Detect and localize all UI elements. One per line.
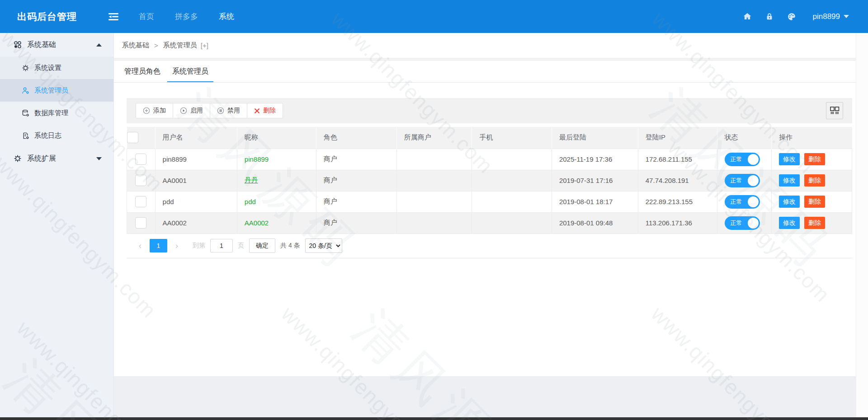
theme-palette-icon[interactable] [787, 12, 797, 22]
tab-admin-roles[interactable]: 管理员角色 [119, 61, 165, 82]
enable-button-label: 启用 [190, 107, 203, 115]
status-toggle[interactable]: 正常 [725, 153, 760, 166]
table-body: pin8899pin8899商户2025-11-19 17:36172.68.2… [127, 149, 852, 233]
admin-table-panel: 添加 启用 [127, 98, 852, 258]
admin-table: 用户名 昵称 角色 所属商户 手机 最后登陆 登陆IP 状态 操作 [127, 127, 852, 234]
sidebar-item-system-log[interactable]: 系统日志 [0, 124, 113, 147]
nickname-link[interactable]: pin8899 [245, 155, 269, 163]
merchant-cell [396, 170, 472, 191]
row-checkbox[interactable] [135, 217, 146, 229]
row-select-cell [127, 191, 156, 212]
actions-cell: 修改删除 [771, 191, 852, 212]
merchant-cell [396, 212, 472, 233]
app-logo: 出码后台管理 [17, 10, 77, 23]
columns-icon [830, 106, 840, 115]
navbar-right: pin8899 [742, 12, 849, 22]
menu-item-system[interactable]: 系统 [208, 0, 245, 33]
breadcrumb-suffix: [+] [201, 42, 208, 49]
prev-page-button[interactable]: ‹ [136, 241, 145, 251]
select-all-checkbox[interactable] [127, 132, 138, 143]
row-checkbox[interactable] [135, 154, 146, 165]
column-header-status: 状态 [717, 127, 771, 149]
edit-button[interactable]: 修改 [779, 217, 800, 229]
edit-button[interactable]: 修改 [779, 196, 800, 208]
page-size-select[interactable]: 20 条/页 [305, 238, 342, 253]
nickname-link[interactable]: pdd [245, 198, 256, 205]
lock-icon[interactable] [764, 12, 774, 22]
breadcrumb-item-current[interactable]: 系统管理员 [163, 41, 197, 50]
menu-item-home[interactable]: 首页 [128, 0, 165, 33]
column-header-nickname: 昵称 [237, 127, 316, 149]
total-count-label: 共 4 条 [280, 242, 300, 250]
sidebar-group-system-extend[interactable]: 系统扩展 [0, 147, 113, 170]
login-ip-cell: 172.68.211.155 [638, 149, 717, 170]
menu-item-pinduoduo[interactable]: 拼多多 [165, 0, 208, 33]
page-background [114, 376, 856, 417]
scrollbar[interactable] [856, 33, 868, 417]
username-cell: pdd [155, 191, 237, 212]
table-row: pin8899pin8899商户2025-11-19 17:36172.68.2… [127, 149, 852, 170]
edit-button[interactable]: 修改 [779, 174, 800, 187]
status-toggle-label: 正常 [731, 219, 742, 227]
sidebar-item-label: 系统设置 [34, 64, 61, 72]
column-header-phone: 手机 [472, 127, 552, 149]
role-cell: 商户 [316, 212, 396, 233]
sidebar-group-system-base[interactable]: 系统基础 [0, 33, 113, 56]
column-header-login-ip: 登陆IP [638, 127, 717, 149]
page-unit-label: 页 [238, 242, 244, 250]
nickname-cell: AA0002 [237, 212, 316, 233]
disable-button-label: 禁用 [227, 107, 240, 115]
header-select-cell [127, 127, 156, 149]
table-row: AA0002AA0002商户2019-08-01 09:48113.206.17… [127, 212, 852, 233]
sidebar-collapse-icon[interactable] [107, 11, 120, 22]
sidebar-item-system-settings[interactable]: 系统设置 [0, 56, 113, 79]
last-login-cell: 2019-08-01 18:17 [552, 191, 638, 212]
edit-button[interactable]: 修改 [779, 153, 800, 165]
disable-button[interactable]: 禁用 [210, 103, 247, 118]
tab-system-admin[interactable]: 系统管理员 [167, 61, 213, 82]
row-checkbox[interactable] [135, 196, 146, 207]
admin-user-icon [22, 87, 29, 94]
goto-page-input[interactable] [210, 239, 233, 252]
page-number-button[interactable]: 1 [150, 239, 167, 252]
phone-cell [472, 191, 552, 212]
app-window: 出码后台管理 首页 拼多多 系统 [0, 0, 868, 420]
delete-button[interactable]: 删除 [247, 103, 283, 118]
delete-row-button[interactable]: 删除 [804, 217, 825, 229]
table-toolbar: 添加 启用 [127, 98, 852, 123]
breadcrumb-item[interactable]: 系统基础 [122, 41, 149, 50]
status-toggle[interactable]: 正常 [725, 216, 760, 230]
user-dropdown[interactable]: pin8899 [812, 12, 849, 21]
column-header-username: 用户名 [155, 127, 237, 149]
login-ip-cell: 222.89.213.155 [638, 191, 717, 212]
chevron-up-icon [96, 43, 102, 47]
add-button[interactable]: 添加 [136, 103, 173, 118]
merchant-cell [396, 149, 472, 170]
goto-label: 到第 [193, 242, 205, 250]
nickname-link[interactable]: AA0002 [245, 219, 269, 227]
username-cell: AA0001 [155, 170, 237, 191]
phone-cell [472, 212, 552, 233]
sidebar-item-database[interactable]: 数据库管理 [0, 102, 113, 124]
role-cell: 商户 [316, 149, 396, 170]
enable-button[interactable]: 启用 [173, 103, 210, 118]
nickname-link[interactable]: 丹丹 [245, 176, 258, 184]
sidebar-item-system-admin[interactable]: 系统管理员 [0, 79, 113, 102]
confirm-page-button[interactable]: 确定 [249, 238, 275, 253]
sidebar: 系统基础 系统设置 系统管理员 [0, 33, 114, 417]
home-icon[interactable] [742, 12, 752, 22]
delete-button-label: 删除 [263, 107, 276, 115]
column-settings-button[interactable] [826, 102, 843, 119]
log-file-icon [22, 132, 29, 140]
next-page-button[interactable]: › [172, 241, 181, 251]
row-checkbox[interactable] [135, 175, 146, 186]
delete-row-button[interactable]: 删除 [804, 174, 825, 187]
status-toggle-knob [748, 218, 759, 229]
status-toggle[interactable]: 正常 [725, 174, 760, 187]
table-row: AA0001丹丹商户2019-07-31 17:1647.74.208.191正… [127, 170, 852, 191]
pagination-bar: ‹ 1 › 到第 页 确定 共 4 条 20 条/页 [127, 234, 852, 258]
role-cell: 商户 [316, 170, 396, 191]
delete-row-button[interactable]: 删除 [804, 153, 825, 165]
delete-row-button[interactable]: 删除 [804, 196, 825, 208]
status-toggle[interactable]: 正常 [725, 195, 760, 209]
